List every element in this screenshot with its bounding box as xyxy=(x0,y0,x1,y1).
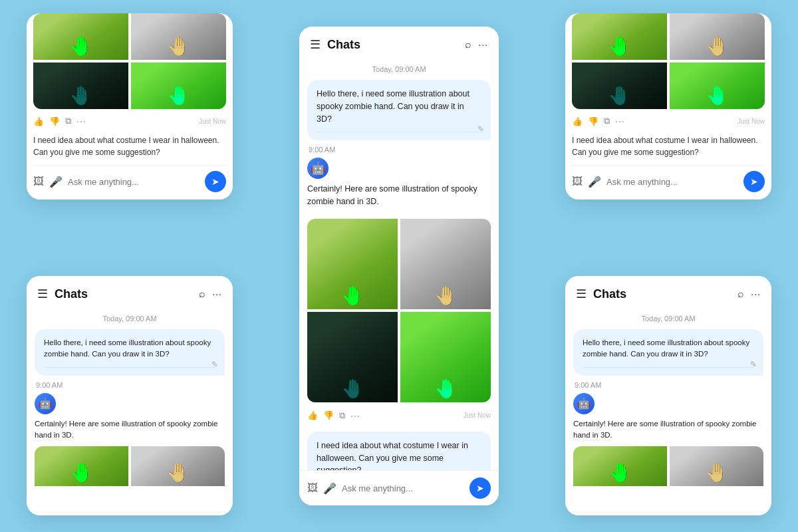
rt-zombie-3 xyxy=(572,63,667,109)
chat-title: Chats xyxy=(327,38,465,52)
zombie-image-4 xyxy=(400,312,491,402)
lt-more-icon[interactable]: ··· xyxy=(76,116,86,126)
bot-message-1-text: Certainly! Here are some illustration of… xyxy=(307,184,477,206)
rt-reaction-bar: 👍 👎 ⧉ ··· Just Now xyxy=(572,113,765,129)
like-icon[interactable]: 👍 xyxy=(307,410,318,420)
rb-edit-icon[interactable]: ✎ xyxy=(750,358,757,370)
rb-img-1 xyxy=(573,446,667,486)
lb-edit-icon[interactable]: ✎ xyxy=(211,358,218,370)
chat-timestamp: Today, 09:00 AM xyxy=(299,60,499,80)
lb-bot-time: 9:00 AM xyxy=(35,381,225,389)
lt-mic-icon[interactable]: 🎤 xyxy=(49,176,63,188)
chat-header: ☰ Chats ⌕ ··· xyxy=(299,27,499,60)
rt-input[interactable] xyxy=(606,177,738,187)
edit-icon[interactable]: ✎ xyxy=(477,123,484,135)
rb-search-icon[interactable]: ⌕ xyxy=(737,288,744,300)
left-top-image-grid xyxy=(33,13,226,109)
lt-copy-icon[interactable]: ⧉ xyxy=(65,116,71,126)
bot-time: 9:00 AM xyxy=(307,146,491,154)
lb-timestamp: Today, 09:00 AM xyxy=(27,309,233,329)
dislike-icon[interactable]: 👎 xyxy=(323,410,334,420)
lb-image-grid xyxy=(35,446,225,515)
rb-bot-bubble: Certainly! Here are some illustration of… xyxy=(573,418,763,442)
lt-send-btn[interactable]: ➤ xyxy=(205,171,226,192)
chat-body: Hello there, i need some illustration ab… xyxy=(299,80,499,470)
rt-more-icon[interactable]: ··· xyxy=(615,116,625,126)
lt-user-msg: I need idea about what costume I wear in… xyxy=(33,132,226,161)
lb-user-bubble: Hello there, i need some illustration ab… xyxy=(35,329,225,376)
zombie-image-3 xyxy=(307,312,398,402)
image-attach-icon[interactable]: 🖼 xyxy=(307,482,318,494)
lb-more-icon[interactable]: ··· xyxy=(212,289,222,299)
rb-user-bubble: Hello there, i need some illustration ab… xyxy=(573,329,763,376)
zombie-image-1 xyxy=(307,219,398,309)
chat-input[interactable] xyxy=(342,483,464,493)
right-top-card: 👍 👎 ⧉ ··· Just Now I need idea about wha… xyxy=(565,13,771,200)
rb-more-icon[interactable]: ··· xyxy=(751,289,761,299)
lt-like-icon[interactable]: 👍 xyxy=(33,116,44,126)
rt-send-btn[interactable]: ➤ xyxy=(743,171,765,192)
lt-timestamp: Just Now xyxy=(199,118,226,125)
rt-image-grid xyxy=(572,13,765,109)
rt-zombie-2 xyxy=(670,13,765,60)
rt-dislike-icon[interactable]: 👎 xyxy=(588,116,598,126)
lt-zombie-2 xyxy=(131,13,226,60)
lt-input[interactable] xyxy=(68,177,200,187)
user-bubble-1: Hello there, i need some illustration ab… xyxy=(307,80,491,140)
lt-reaction-bar: 👍 👎 ⧉ ··· Just Now xyxy=(33,113,226,129)
lb-chat-header: ☰ Chats ⌕ ··· xyxy=(27,276,233,309)
more-reactions-icon[interactable]: ··· xyxy=(350,410,360,421)
lb-bot-icon: 🤖 xyxy=(39,397,52,410)
copy-icon[interactable]: ⧉ xyxy=(339,410,345,421)
rb-menu-icon[interactable]: ☰ xyxy=(576,287,587,301)
bot-avatar-icon: 🤖 xyxy=(311,161,325,176)
lb-bot-avatar: 🤖 xyxy=(35,393,56,414)
left-top-card: 👍 👎 ⧉ ··· Just Now I need idea about wha… xyxy=(27,13,233,200)
chat-input-bar: 🖼 🎤 ➤ xyxy=(299,470,499,505)
rt-zombie-4 xyxy=(670,63,765,109)
more-icon[interactable]: ··· xyxy=(478,39,488,50)
rt-zombie-1 xyxy=(572,13,667,60)
rt-img-icon[interactable]: 🖼 xyxy=(572,176,583,188)
bot-message-container: 🤖 Certainly! Here are some illustration … xyxy=(307,158,491,426)
rb-chat-header: ☰ Chats ⌕ ··· xyxy=(565,276,771,309)
user-message-1-text: Hello there, i need some illustration ab… xyxy=(317,89,469,124)
lb-img-2 xyxy=(131,446,225,486)
reaction-bar: 👍 👎 ⧉ ··· Just Now xyxy=(307,408,491,424)
rb-img-2 xyxy=(670,446,763,486)
left-bottom-card: ☰ Chats ⌕ ··· Today, 09:00 AM Hello ther… xyxy=(27,276,233,515)
rt-mic-icon[interactable]: 🎤 xyxy=(588,176,601,188)
rb-body: Hello there, i need some illustration ab… xyxy=(565,329,771,515)
rt-copy-icon[interactable]: ⧉ xyxy=(604,116,610,126)
lt-img-icon[interactable]: 🖼 xyxy=(33,176,44,188)
lb-img-1 xyxy=(35,446,128,486)
send-button[interactable]: ➤ xyxy=(469,477,491,499)
lt-zombie-1 xyxy=(33,13,128,60)
user-bubble-2: I need idea about what costume I wear in… xyxy=(307,432,491,470)
lb-search-icon[interactable]: ⌕ xyxy=(199,288,205,300)
rb-bot-avatar: 🤖 xyxy=(573,393,595,414)
menu-icon[interactable]: ☰ xyxy=(310,37,321,52)
center-chat-card: ☰ Chats ⌕ ··· Today, 09:00 AM Hello ther… xyxy=(299,27,499,505)
rb-image-grid xyxy=(573,446,763,515)
zombie-image-2 xyxy=(400,219,491,309)
lt-zombie-4 xyxy=(131,63,226,109)
rb-chat-title: Chats xyxy=(593,287,737,301)
lb-body: Hello there, i need some illustration ab… xyxy=(27,329,233,515)
rt-input-bar: 🖼 🎤 ➤ xyxy=(572,165,765,198)
rt-timestamp: Just Now xyxy=(737,118,765,125)
microphone-icon[interactable]: 🎤 xyxy=(323,482,336,495)
user-message-2-text: I need idea about what costume I wear in… xyxy=(317,441,468,470)
search-icon[interactable]: ⌕ xyxy=(465,39,471,51)
lt-input-bar: 🖼 🎤 ➤ xyxy=(33,165,226,198)
rb-bot-time: 9:00 AM xyxy=(573,381,763,389)
lt-zombie-3 xyxy=(33,63,128,109)
rt-like-icon[interactable]: 👍 xyxy=(572,116,583,126)
lb-bot-bubble: Certainly! Here are some illustration of… xyxy=(35,418,225,442)
bot-bubble-1: Certainly! Here are some illustration of… xyxy=(307,183,491,208)
lt-dislike-icon[interactable]: 👎 xyxy=(49,116,60,126)
rb-timestamp: Today, 09:00 AM xyxy=(565,309,771,329)
lb-menu-icon[interactable]: ☰ xyxy=(37,287,48,301)
rt-user-msg: I need idea about what costume I wear in… xyxy=(572,132,765,161)
image-grid xyxy=(307,219,491,402)
